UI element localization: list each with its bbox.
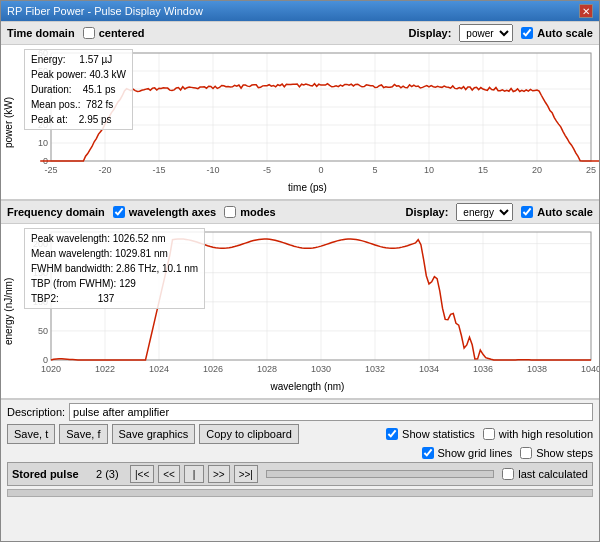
right-checkboxes: Show statistics with high resolution: [386, 428, 593, 440]
show-grid-lines-label: Show grid lines: [438, 447, 513, 459]
centered-label: centered: [99, 27, 145, 39]
high-resolution-label: with high resolution: [499, 428, 593, 440]
description-input[interactable]: [69, 403, 593, 421]
time-y-axis-label: power (kW): [1, 45, 16, 199]
modes-row[interactable]: modes: [224, 206, 275, 218]
description-row: Description:: [7, 403, 593, 421]
grid-steps-checks: Show grid lines Show steps: [422, 447, 593, 459]
high-resolution-checkbox[interactable]: [483, 428, 495, 440]
grid-steps-row: Show grid lines Show steps: [7, 447, 593, 459]
display-label-time: Display:: [409, 27, 452, 39]
show-grid-lines-checkbox[interactable]: [422, 447, 434, 459]
centered-checkbox[interactable]: [83, 27, 95, 39]
close-button[interactable]: ✕: [579, 4, 593, 18]
wavelength-axes-checkbox[interactable]: [113, 206, 125, 218]
freq-domain-header: Frequency domain wavelength axes modes D…: [1, 200, 599, 224]
autoscale-time-checkbox[interactable]: [521, 27, 533, 39]
title-bar: RP Fiber Power - Pulse Display Window ✕: [1, 1, 599, 21]
stored-pulse-value: 2 (3): [96, 468, 126, 480]
freq-domain-chart-container: energy (nJ/nm) Peak wavelength: 1026.52 …: [1, 224, 599, 399]
freq-info-box: Peak wavelength: 1026.52 nm Mean wavelen…: [24, 228, 205, 309]
centered-checkbox-row[interactable]: centered: [83, 27, 145, 39]
freq-x-axis-label: wavelength (nm): [16, 380, 599, 393]
mean-wl-value: 1029.81 nm: [115, 248, 168, 259]
autoscale-time-row[interactable]: Auto scale: [521, 27, 593, 39]
nav-next-button[interactable]: >>: [208, 465, 230, 483]
show-statistics-row[interactable]: Show statistics: [386, 428, 475, 440]
nav-next-many-button[interactable]: >>|: [234, 465, 258, 483]
last-calculated-row[interactable]: last calculated: [502, 468, 588, 480]
show-steps-label: Show steps: [536, 447, 593, 459]
peak-wl-value: 1026.52 nm: [113, 233, 166, 244]
nav-first-button[interactable]: |<<: [130, 465, 154, 483]
stored-pulse-row: Stored pulse 2 (3) |<< << | >> >>| last …: [7, 462, 593, 486]
peak-power-value: 40.3 kW: [89, 69, 126, 80]
copy-clipboard-button[interactable]: Copy to clipboard: [199, 424, 299, 444]
save-t-button[interactable]: Save, t: [7, 424, 55, 444]
peak-at-value: 2.95 ps: [79, 114, 112, 125]
fwhm-value: 2.86 THz, 10.1 nm: [116, 263, 198, 274]
show-statistics-checkbox[interactable]: [386, 428, 398, 440]
time-domain-header: Time domain centered Display: power fiel…: [1, 21, 599, 45]
stored-pulse-label: Stored pulse: [12, 468, 92, 480]
autoscale-time-label: Auto scale: [537, 27, 593, 39]
main-window: RP Fiber Power - Pulse Display Window ✕ …: [0, 0, 600, 542]
display-select-time[interactable]: power field phase: [459, 24, 513, 42]
time-x-axis-label: time (ps): [16, 181, 599, 194]
display-select-freq[interactable]: energy field phase: [456, 203, 513, 221]
display-label-freq: Display:: [406, 206, 449, 218]
nav-prev-button[interactable]: |: [184, 465, 204, 483]
show-steps-row[interactable]: Show steps: [520, 447, 593, 459]
freq-domain-label: Frequency domain: [7, 206, 105, 218]
freq-domain-chart: Peak wavelength: 1026.52 nm Mean wavelen…: [16, 224, 599, 398]
modes-checkbox[interactable]: [224, 206, 236, 218]
wavelength-axes-row[interactable]: wavelength axes: [113, 206, 216, 218]
tbp2-value: 137: [98, 293, 115, 304]
modes-label: modes: [240, 206, 275, 218]
button-row: Save, t Save, f Save graphics Copy to cl…: [7, 424, 593, 444]
save-graphics-button[interactable]: Save graphics: [112, 424, 196, 444]
bottom-controls: Description: Save, t Save, f Save graphi…: [1, 399, 599, 500]
bottom-progress: [7, 489, 593, 497]
time-domain-chart-container: power (kW) Energy: 1.57 µJ Peak power: 4…: [1, 45, 599, 200]
show-grid-lines-row[interactable]: Show grid lines: [422, 447, 513, 459]
show-steps-checkbox[interactable]: [520, 447, 532, 459]
nav-prev-many-button[interactable]: <<: [158, 465, 180, 483]
energy-value: 1.57 µJ: [79, 54, 112, 65]
duration-value: 45.1 ps: [83, 84, 116, 95]
last-calculated-label: last calculated: [518, 468, 588, 480]
time-domain-label: Time domain: [7, 27, 75, 39]
autoscale-freq-label: Auto scale: [537, 206, 593, 218]
mean-pos-value: 782 fs: [86, 99, 113, 110]
high-resolution-row[interactable]: with high resolution: [483, 428, 593, 440]
tbp-fwhm-value: 129: [119, 278, 136, 289]
autoscale-freq-checkbox[interactable]: [521, 206, 533, 218]
show-statistics-label: Show statistics: [402, 428, 475, 440]
last-calculated-checkbox[interactable]: [502, 468, 514, 480]
time-info-box: Energy: 1.57 µJ Peak power: 40.3 kW Dura…: [24, 49, 133, 130]
freq-y-axis-label: energy (nJ/nm): [1, 224, 16, 398]
pulse-progress-bar: [266, 470, 494, 478]
description-label: Description:: [7, 406, 65, 418]
wavelength-axes-label: wavelength axes: [129, 206, 216, 218]
time-domain-chart: Energy: 1.57 µJ Peak power: 40.3 kW Dura…: [16, 45, 599, 199]
window-title: RP Fiber Power - Pulse Display Window: [7, 5, 203, 17]
save-f-button[interactable]: Save, f: [59, 424, 107, 444]
autoscale-freq-row[interactable]: Auto scale: [521, 206, 593, 218]
